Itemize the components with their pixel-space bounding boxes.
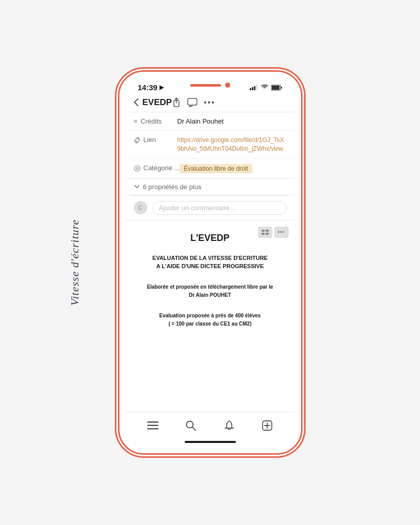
doc-author: Elaborée et proposée en téléchargement l… (147, 283, 273, 299)
doc-toolbar: ••• (258, 227, 289, 238)
nav-actions: ••• (172, 97, 215, 108)
link-icon (134, 136, 141, 144)
svg-rect-5 (272, 86, 279, 90)
svg-rect-14 (266, 233, 269, 235)
svg-line-19 (192, 427, 195, 430)
back-button[interactable]: EVEDP (134, 97, 172, 108)
user-avatar: C (134, 201, 147, 214)
more-props-label: 6 propriétés de plus (143, 183, 202, 191)
location-icon: ▶ (159, 84, 164, 91)
category-icon (134, 164, 141, 172)
category-tag[interactable]: Évaluation libre de droit (179, 164, 252, 173)
doc-stats-line2: ( = 100 par classe du CE1 au CM2) (147, 320, 273, 328)
doc-subtitle-line1: EVALUATION DE LA VITESSE D'ECRITURE (147, 254, 273, 262)
svg-rect-15 (147, 421, 158, 423)
page-wrapper: Vitesse d'écriture 14:39 ▶ (0, 0, 420, 525)
credits-row: ≡ Crédits Dr Alain Pouhet (126, 112, 295, 131)
status-time: 14:39 ▶ (138, 83, 164, 92)
link-label-text: Lien (144, 136, 156, 144)
notch-bar (190, 84, 221, 87)
nav-bar: EVEDP (126, 94, 295, 112)
svg-rect-11 (262, 230, 265, 232)
svg-rect-6 (281, 87, 282, 89)
signal-icon (250, 85, 258, 90)
nav-title: EVEDP (143, 97, 172, 108)
doc-author-line1: Elaborée et proposée en téléchargement l… (147, 283, 273, 291)
svg-point-10 (136, 167, 138, 169)
share-icon[interactable] (172, 97, 181, 108)
document-preview: ••• L'EVEDP EVALUATION DE LA VITESSE D'E… (126, 220, 295, 412)
link-label: Lien (134, 136, 177, 144)
link-row: Lien https://drive.google.com/file/d/1GJ… (126, 131, 295, 159)
svg-rect-16 (147, 425, 158, 427)
doc-subtitle-line2: A L'AIDE D'UNE DICTEE PROGRESSIVE (147, 262, 273, 271)
credits-icon: ≡ (134, 117, 138, 125)
search-icon (186, 420, 196, 431)
wifi-icon (261, 85, 269, 90)
svg-point-9 (134, 166, 140, 171)
category-row: Catégorie ... Évaluation libre de droit (126, 159, 295, 178)
svg-rect-3 (256, 85, 257, 90)
comment-area: C Ajouter un commentaire... (126, 196, 295, 220)
list-icon (147, 421, 158, 430)
battery-icon (271, 85, 283, 91)
category-value: Évaluation libre de droit (179, 164, 286, 173)
status-icons (250, 85, 283, 91)
link-value[interactable]: https://drive.google.com/file/d/1GJ_TsX9… (177, 136, 287, 153)
comment-placeholder: Ajouter un commentaire... (159, 204, 235, 212)
side-label: Vitesse d'écriture (68, 219, 82, 306)
credits-label-text: Crédits (141, 117, 162, 125)
category-label: Catégorie ... (134, 164, 180, 172)
phone-device: 14:39 ▶ (118, 70, 303, 455)
more-icon[interactable]: ••• (204, 98, 215, 107)
tab-notifications[interactable] (218, 417, 241, 434)
svg-rect-13 (262, 233, 265, 235)
svg-rect-2 (254, 86, 255, 90)
chevron-down-icon (134, 184, 140, 190)
doc-more-button[interactable]: ••• (274, 227, 289, 238)
grid-view-icon (262, 230, 269, 235)
svg-rect-1 (252, 87, 253, 90)
doc-stats-line1: Evaluation proposée à près de 400 élèves (147, 312, 273, 320)
content-area: ≡ Crédits Dr Alain Pouhet (126, 112, 295, 447)
svg-rect-12 (266, 230, 269, 232)
doc-author-line2: Dr Alain POUHET (147, 291, 273, 299)
credits-value: Dr Alain Pouhet (177, 117, 287, 125)
properties-section: ≡ Crédits Dr Alain Pouhet (126, 112, 295, 179)
camera-dot (225, 83, 230, 88)
doc-title: L'EVEDP (147, 233, 273, 244)
doc-content: L'EVEDP EVALUATION DE LA VITESSE D'ECRIT… (147, 229, 273, 328)
doc-subtitle: EVALUATION DE LA VITESSE D'ECRITURE A L'… (147, 254, 273, 271)
svg-rect-8 (188, 98, 197, 105)
add-icon (262, 420, 272, 431)
message-icon[interactable] (187, 97, 197, 108)
tab-list[interactable] (142, 417, 164, 434)
category-label-text: Catégorie ... (144, 164, 180, 172)
svg-rect-0 (250, 88, 251, 90)
phone-screen: 14:39 ▶ (126, 78, 295, 447)
comment-input[interactable]: Ajouter un commentaire... (152, 201, 287, 215)
clock: 14:39 (138, 83, 157, 92)
doc-view-button[interactable] (258, 227, 272, 238)
tab-search[interactable] (179, 417, 202, 434)
back-chevron-icon (134, 98, 138, 106)
more-properties-row[interactable]: 6 propriétés de plus (126, 179, 295, 195)
home-bar (185, 441, 236, 443)
tab-bar (126, 412, 295, 437)
doc-stats: Evaluation proposée à près de 400 élèves… (147, 312, 273, 328)
bell-icon (225, 420, 234, 431)
notch (177, 78, 244, 92)
home-indicator (126, 437, 295, 447)
tab-add[interactable] (256, 417, 278, 434)
credits-label: ≡ Crédits (134, 117, 177, 125)
svg-rect-17 (147, 428, 158, 430)
